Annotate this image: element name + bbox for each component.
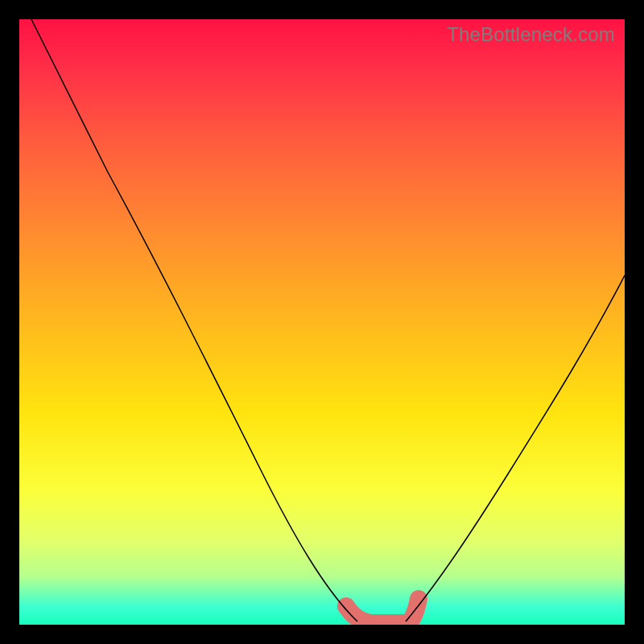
curve-layer — [19, 19, 625, 625]
plot-area: TheBottleneck.com — [19, 19, 625, 625]
bottleneck-curve-left — [31, 19, 357, 621]
chart-frame: TheBottleneck.com — [0, 0, 644, 644]
bottleneck-curve-right — [406, 275, 625, 621]
